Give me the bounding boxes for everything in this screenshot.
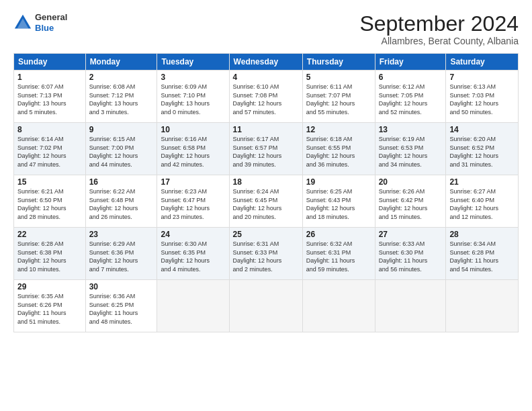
logo: General Blue xyxy=(13,12,67,33)
logo-blue: Blue xyxy=(35,23,54,33)
day-number: 24 xyxy=(161,230,225,239)
day-number: 4 xyxy=(233,73,299,82)
table-row: 16Sunrise: 6:22 AM Sunset: 6:48 PM Dayli… xyxy=(85,175,157,228)
logo-general: General xyxy=(35,12,67,22)
location-subtitle: Allambres, Berat County, Albania xyxy=(359,36,519,46)
day-info: Sunrise: 6:30 AM Sunset: 6:35 PM Dayligh… xyxy=(161,240,225,273)
day-number: 25 xyxy=(233,230,299,239)
day-info: Sunrise: 6:23 AM Sunset: 6:47 PM Dayligh… xyxy=(161,187,225,221)
table-row: 14Sunrise: 6:20 AM Sunset: 6:52 PM Dayli… xyxy=(446,123,519,175)
day-number: 20 xyxy=(379,177,443,187)
day-number: 26 xyxy=(306,230,371,239)
table-row: 4Sunrise: 6:10 AM Sunset: 7:08 PM Daylig… xyxy=(229,71,302,123)
day-number: 28 xyxy=(449,230,515,239)
table-row: 3Sunrise: 6:09 AM Sunset: 7:10 PM Daylig… xyxy=(157,71,229,123)
day-info: Sunrise: 6:14 AM Sunset: 7:02 PM Dayligh… xyxy=(17,135,82,169)
day-info: Sunrise: 6:08 AM Sunset: 7:12 PM Dayligh… xyxy=(89,83,154,116)
day-info: Sunrise: 6:26 AM Sunset: 6:42 PM Dayligh… xyxy=(379,187,443,221)
table-row: 19Sunrise: 6:25 AM Sunset: 6:43 PM Dayli… xyxy=(302,175,375,228)
calendar-table: Sunday Monday Tuesday Wednesday Thursday… xyxy=(13,53,519,332)
day-number: 9 xyxy=(89,125,154,134)
day-info: Sunrise: 6:15 AM Sunset: 7:00 PM Dayligh… xyxy=(89,135,154,169)
day-info: Sunrise: 6:17 AM Sunset: 6:57 PM Dayligh… xyxy=(233,135,299,169)
logo-text: General Blue xyxy=(35,12,67,33)
day-info: Sunrise: 6:33 AM Sunset: 6:30 PM Dayligh… xyxy=(379,240,443,273)
table-row: 10Sunrise: 6:16 AM Sunset: 6:58 PM Dayli… xyxy=(157,123,229,175)
day-number: 7 xyxy=(449,73,515,82)
day-number: 5 xyxy=(306,73,371,82)
table-row xyxy=(302,280,375,332)
day-number: 30 xyxy=(89,282,154,291)
day-info: Sunrise: 6:29 AM Sunset: 6:36 PM Dayligh… xyxy=(89,240,154,273)
table-row: 9Sunrise: 6:15 AM Sunset: 7:00 PM Daylig… xyxy=(85,123,157,175)
table-row xyxy=(157,280,229,332)
table-row: 13Sunrise: 6:19 AM Sunset: 6:53 PM Dayli… xyxy=(375,123,446,175)
calendar-header-row: Sunday Monday Tuesday Wednesday Thursday… xyxy=(14,54,519,71)
table-row: 8Sunrise: 6:14 AM Sunset: 7:02 PM Daylig… xyxy=(14,123,86,175)
calendar-week-5: 29Sunrise: 6:35 AM Sunset: 6:26 PM Dayli… xyxy=(14,280,519,332)
table-row: 6Sunrise: 6:12 AM Sunset: 7:05 PM Daylig… xyxy=(375,71,446,123)
table-row: 30Sunrise: 6:36 AM Sunset: 6:25 PM Dayli… xyxy=(85,280,157,332)
day-number: 2 xyxy=(89,73,154,82)
calendar-week-3: 15Sunrise: 6:21 AM Sunset: 6:50 PM Dayli… xyxy=(14,175,519,228)
day-number: 3 xyxy=(161,73,225,82)
header-thursday: Thursday xyxy=(302,54,375,71)
day-info: Sunrise: 6:27 AM Sunset: 6:40 PM Dayligh… xyxy=(449,187,515,221)
day-info: Sunrise: 6:12 AM Sunset: 7:05 PM Dayligh… xyxy=(379,83,443,116)
day-number: 21 xyxy=(449,177,515,187)
day-info: Sunrise: 6:36 AM Sunset: 6:25 PM Dayligh… xyxy=(89,292,154,326)
table-row: 15Sunrise: 6:21 AM Sunset: 6:50 PM Dayli… xyxy=(14,175,86,228)
table-row: 7Sunrise: 6:13 AM Sunset: 7:03 PM Daylig… xyxy=(446,71,519,123)
table-row: 17Sunrise: 6:23 AM Sunset: 6:47 PM Dayli… xyxy=(157,175,229,228)
table-row: 25Sunrise: 6:31 AM Sunset: 6:33 PM Dayli… xyxy=(229,228,302,280)
day-info: Sunrise: 6:11 AM Sunset: 7:07 PM Dayligh… xyxy=(306,83,371,116)
day-number: 16 xyxy=(89,177,154,187)
table-row: 11Sunrise: 6:17 AM Sunset: 6:57 PM Dayli… xyxy=(229,123,302,175)
day-info: Sunrise: 6:20 AM Sunset: 6:52 PM Dayligh… xyxy=(449,135,515,169)
day-number: 6 xyxy=(379,73,443,82)
calendar-week-2: 8Sunrise: 6:14 AM Sunset: 7:02 PM Daylig… xyxy=(14,123,519,175)
table-row: 24Sunrise: 6:30 AM Sunset: 6:35 PM Dayli… xyxy=(157,228,229,280)
day-info: Sunrise: 6:32 AM Sunset: 6:31 PM Dayligh… xyxy=(306,240,371,273)
day-number: 17 xyxy=(161,177,225,187)
header-friday: Friday xyxy=(375,54,446,71)
table-row xyxy=(375,280,446,332)
day-info: Sunrise: 6:25 AM Sunset: 6:43 PM Dayligh… xyxy=(306,187,371,221)
day-number: 14 xyxy=(449,125,515,134)
header-tuesday: Tuesday xyxy=(157,54,229,71)
table-row: 22Sunrise: 6:28 AM Sunset: 6:38 PM Dayli… xyxy=(14,228,86,280)
day-info: Sunrise: 6:09 AM Sunset: 7:10 PM Dayligh… xyxy=(161,83,225,116)
day-info: Sunrise: 6:34 AM Sunset: 6:28 PM Dayligh… xyxy=(449,240,515,273)
day-number: 11 xyxy=(233,125,299,134)
header-wednesday: Wednesday xyxy=(229,54,302,71)
day-info: Sunrise: 6:22 AM Sunset: 6:48 PM Dayligh… xyxy=(89,187,154,221)
logo-icon xyxy=(13,13,32,32)
day-info: Sunrise: 6:24 AM Sunset: 6:45 PM Dayligh… xyxy=(233,187,299,221)
day-info: Sunrise: 6:18 AM Sunset: 6:55 PM Dayligh… xyxy=(306,135,371,169)
table-row: 23Sunrise: 6:29 AM Sunset: 6:36 PM Dayli… xyxy=(85,228,157,280)
calendar-week-4: 22Sunrise: 6:28 AM Sunset: 6:38 PM Dayli… xyxy=(14,228,519,280)
table-row: 29Sunrise: 6:35 AM Sunset: 6:26 PM Dayli… xyxy=(14,280,86,332)
day-info: Sunrise: 6:16 AM Sunset: 6:58 PM Dayligh… xyxy=(161,135,225,169)
day-info: Sunrise: 6:10 AM Sunset: 7:08 PM Dayligh… xyxy=(233,83,299,116)
table-row: 5Sunrise: 6:11 AM Sunset: 7:07 PM Daylig… xyxy=(302,71,375,123)
header-monday: Monday xyxy=(85,54,157,71)
table-row: 1Sunrise: 6:07 AM Sunset: 7:13 PM Daylig… xyxy=(14,71,86,123)
day-number: 18 xyxy=(233,177,299,187)
day-number: 29 xyxy=(17,282,82,291)
month-title: September 2024 xyxy=(359,12,519,36)
table-row: 21Sunrise: 6:27 AM Sunset: 6:40 PM Dayli… xyxy=(446,175,519,228)
table-row: 26Sunrise: 6:32 AM Sunset: 6:31 PM Dayli… xyxy=(302,228,375,280)
calendar-week-1: 1Sunrise: 6:07 AM Sunset: 7:13 PM Daylig… xyxy=(14,71,519,123)
day-number: 12 xyxy=(306,125,371,134)
table-row: 20Sunrise: 6:26 AM Sunset: 6:42 PM Dayli… xyxy=(375,175,446,228)
day-number: 1 xyxy=(17,73,82,82)
day-info: Sunrise: 6:07 AM Sunset: 7:13 PM Dayligh… xyxy=(17,83,82,116)
day-number: 27 xyxy=(379,230,443,239)
table-row xyxy=(229,280,302,332)
day-info: Sunrise: 6:28 AM Sunset: 6:38 PM Dayligh… xyxy=(17,240,82,273)
day-info: Sunrise: 6:19 AM Sunset: 6:53 PM Dayligh… xyxy=(379,135,443,169)
header-saturday: Saturday xyxy=(446,54,519,71)
day-info: Sunrise: 6:13 AM Sunset: 7:03 PM Dayligh… xyxy=(449,83,515,116)
page: General Blue September 2024 Allambres, B… xyxy=(0,0,532,411)
